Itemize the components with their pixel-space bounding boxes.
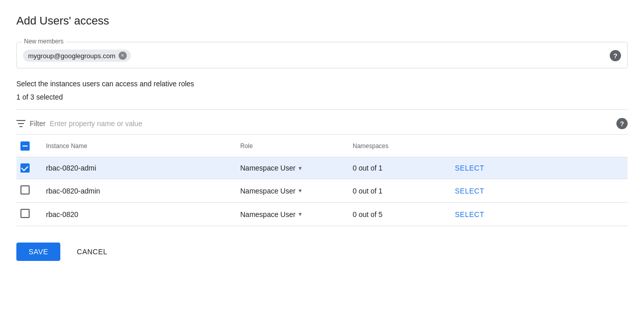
namespaces-cell: 0 out of 1 xyxy=(349,179,451,203)
role-cell: Namespace User▼ xyxy=(236,157,349,179)
selection-info: 1 of 3 selected xyxy=(16,93,628,101)
svg-rect-1 xyxy=(18,123,24,124)
instances-table: Instance Name Role Namespaces rbac-0820-… xyxy=(16,135,628,226)
role-label: Namespace User xyxy=(240,187,295,195)
table-body: rbac-0820-admiNamespace User▼0 out of 1S… xyxy=(16,157,628,226)
namespaces-cell: 0 out of 5 xyxy=(349,203,451,226)
row-checkbox-3[interactable] xyxy=(20,209,30,218)
role-dropdown-3[interactable]: Namespace User▼ xyxy=(240,210,303,219)
new-members-label: New members xyxy=(22,38,65,45)
footer-actions: SAVE CANCEL xyxy=(16,243,628,261)
role-dropdown-1[interactable]: Namespace User▼ xyxy=(240,164,303,172)
select-link-1[interactable]: SELECT xyxy=(455,164,484,172)
role-label: Namespace User xyxy=(240,164,295,172)
cancel-button[interactable]: CANCEL xyxy=(73,243,111,261)
namespaces-cell: 0 out of 1 xyxy=(349,157,451,179)
filter-input[interactable] xyxy=(50,119,203,128)
th-namespaces: Namespaces xyxy=(349,135,451,157)
page-container: Add Users' access New members mygroup@go… xyxy=(0,0,644,313)
svg-rect-0 xyxy=(16,120,26,121)
instance-name-cell: rbac-0820-admi xyxy=(42,157,236,179)
table-header-row: Instance Name Role Namespaces xyxy=(16,135,628,157)
role-cell: Namespace User▼ xyxy=(236,179,349,203)
role-cell: Namespace User▼ xyxy=(236,203,349,226)
role-dropdown-arrow: ▼ xyxy=(297,165,303,171)
select-link-2[interactable]: SELECT xyxy=(455,187,484,195)
chip-close-button[interactable]: × xyxy=(119,52,127,60)
member-chip: mygroup@googlegroups.com × xyxy=(23,50,131,62)
th-role: Role xyxy=(236,135,349,157)
row-checkbox-2[interactable] xyxy=(20,185,30,195)
chip-text: mygroup@googlegroups.com xyxy=(28,52,116,60)
new-members-help-icon[interactable]: ? xyxy=(610,50,621,61)
role-dropdown-arrow: ▼ xyxy=(297,188,303,194)
filter-icon xyxy=(16,120,26,127)
section-description: Select the instances users can access an… xyxy=(16,80,628,88)
action-cell: SELECT xyxy=(451,179,628,203)
row-checkbox-1[interactable] xyxy=(20,163,30,173)
th-instance-name: Instance Name xyxy=(42,135,236,157)
svg-rect-2 xyxy=(19,126,22,127)
th-action xyxy=(451,135,628,157)
new-members-section: New members mygroup@googlegroups.com × ? xyxy=(16,42,628,68)
page-title: Add Users' access xyxy=(16,14,628,28)
filter-bar: Filter ? xyxy=(16,118,628,135)
save-button[interactable]: SAVE xyxy=(16,243,60,261)
role-dropdown-arrow: ▼ xyxy=(297,211,303,217)
divider xyxy=(16,109,628,110)
filter-help-icon[interactable]: ? xyxy=(616,118,628,129)
instance-name-cell: rbac-0820 xyxy=(42,203,236,226)
action-cell: SELECT xyxy=(451,203,628,226)
select-link-3[interactable]: SELECT xyxy=(455,210,484,219)
filter-label: Filter xyxy=(30,119,45,128)
header-checkbox[interactable] xyxy=(20,141,30,151)
role-dropdown-2[interactable]: Namespace User▼ xyxy=(240,187,303,195)
chips-container: mygroup@googlegroups.com × xyxy=(23,50,131,62)
instance-name-cell: rbac-0820-admin xyxy=(42,179,236,203)
table-row: rbac-0820-adminNamespace User▼0 out of 1… xyxy=(16,179,628,203)
action-cell: SELECT xyxy=(451,157,628,179)
members-input-row: mygroup@googlegroups.com × ? xyxy=(23,42,621,63)
table-row: rbac-0820Namespace User▼0 out of 5SELECT xyxy=(16,203,628,226)
table-row: rbac-0820-admiNamespace User▼0 out of 1S… xyxy=(16,157,628,179)
filter-left: Filter xyxy=(16,119,203,128)
role-label: Namespace User xyxy=(240,210,295,219)
th-checkbox xyxy=(16,135,42,157)
